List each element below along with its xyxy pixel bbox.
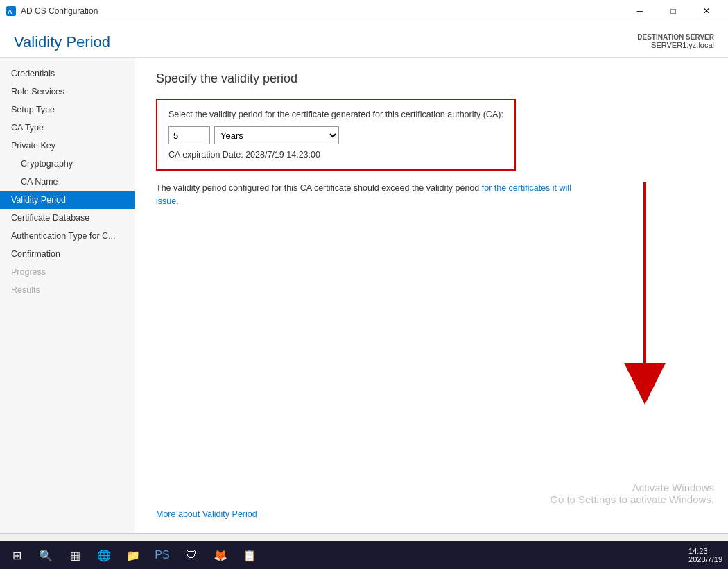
sidebar-item-authentication-type[interactable]: Authentication Type for C... <box>0 227 135 245</box>
sidebar-item-setup-type[interactable]: Setup Type <box>0 101 135 119</box>
activate-watermark: Activate Windows Go to Settings to activ… <box>550 482 714 505</box>
taskbar: ⊞ 🔍 ▦ 🌐 📁 PS 🛡 🦊 📋 14:23 2023/7/19 <box>0 541 728 569</box>
expiration-date-text: CA expiration Date: 2028/7/19 14:23:00 <box>168 150 503 160</box>
task-view-button[interactable]: ▦ <box>61 541 89 569</box>
validity-box: Select the validity period for the certi… <box>156 99 516 171</box>
watermark-line1: Activate Windows <box>550 482 714 493</box>
title-bar-controls: ─ □ ✕ <box>624 0 722 22</box>
title-bar-title: AD CS Configuration <box>21 6 98 16</box>
sidebar-item-results: Results <box>0 281 135 299</box>
sidebar-item-confirmation[interactable]: Confirmation <box>0 245 135 263</box>
search-button[interactable]: 🔍 <box>32 541 60 569</box>
window-body: Credentials Role Services Setup Type CA … <box>0 58 728 533</box>
sidebar-item-credentials[interactable]: Credentials <box>0 65 135 83</box>
shield-icon[interactable]: 🛡 <box>177 541 205 569</box>
ie-icon[interactable]: 🌐 <box>90 541 118 569</box>
sidebar-item-certificate-database[interactable]: Certificate Database <box>0 209 135 227</box>
powershell-icon[interactable]: PS <box>148 541 176 569</box>
taskbar-date: 2023/7/19 <box>688 555 722 563</box>
info-text-before: The validity period configured for this … <box>156 183 482 193</box>
destination-server-info: DESTINATION SERVER SERVER1.yz.local <box>637 33 714 49</box>
sidebar-item-progress: Progress <box>0 263 135 281</box>
app-icon: A <box>6 6 17 17</box>
sidebar-item-private-key[interactable]: Private Key <box>0 137 135 155</box>
sidebar: Credentials Role Services Setup Type CA … <box>0 58 135 533</box>
maximize-button[interactable]: □ <box>657 0 689 22</box>
info-text-after: . <box>176 196 178 206</box>
sidebar-item-ca-type[interactable]: CA Type <box>0 119 135 137</box>
title-bar-left: A AD CS Configuration <box>6 6 98 17</box>
selection-label: Select the validity period for the certi… <box>168 110 503 119</box>
svg-marker-3 <box>624 363 666 405</box>
taskbar-clock: 14:23 2023/7/19 <box>688 547 722 563</box>
validity-input-row: Years Months Weeks Days <box>168 126 503 144</box>
content-area: Specify the validity period Select the v… <box>135 58 728 533</box>
svg-text:A: A <box>8 8 12 15</box>
taskbar-right: 14:23 2023/7/19 <box>688 547 725 563</box>
minimize-button[interactable]: ─ <box>624 0 656 22</box>
firefox-icon[interactable]: 🦊 <box>207 541 234 569</box>
destination-server-name: SERVER1.yz.local <box>637 41 714 49</box>
sidebar-item-cryptography[interactable]: Cryptography <box>0 155 135 173</box>
taskbar-left: ⊞ 🔍 ▦ 🌐 📁 PS 🛡 🦊 📋 <box>3 541 263 569</box>
window-header: Validity Period DESTINATION SERVER SERVE… <box>0 22 728 58</box>
title-bar: A AD CS Configuration ─ □ ✕ <box>0 0 728 22</box>
red-arrow <box>617 182 673 405</box>
start-button[interactable]: ⊞ <box>3 541 31 569</box>
page-title: Validity Period <box>14 33 110 51</box>
destination-label: DESTINATION SERVER <box>637 33 714 41</box>
taskbar-time: 14:23 <box>688 547 722 555</box>
sidebar-item-role-services[interactable]: Role Services <box>0 83 135 101</box>
sidebar-item-ca-name[interactable]: CA Name <box>0 173 135 191</box>
more-about-link[interactable]: More about Validity Period <box>156 509 257 519</box>
validity-number-input[interactable] <box>168 126 210 144</box>
remote-icon[interactable]: 📋 <box>236 541 263 569</box>
main-window: Validity Period DESTINATION SERVER SERVE… <box>0 22 728 569</box>
close-button[interactable]: ✕ <box>691 0 722 22</box>
sidebar-item-validity-period[interactable]: Validity Period <box>0 191 135 209</box>
content-title: Specify the validity period <box>156 71 707 86</box>
watermark-line2: Go to Settings to activate Windows. <box>550 493 714 505</box>
info-text: The validity period configured for this … <box>156 182 572 208</box>
validity-unit-select[interactable]: Years Months Weeks Days <box>214 126 339 144</box>
explorer-icon[interactable]: 📁 <box>119 541 147 569</box>
